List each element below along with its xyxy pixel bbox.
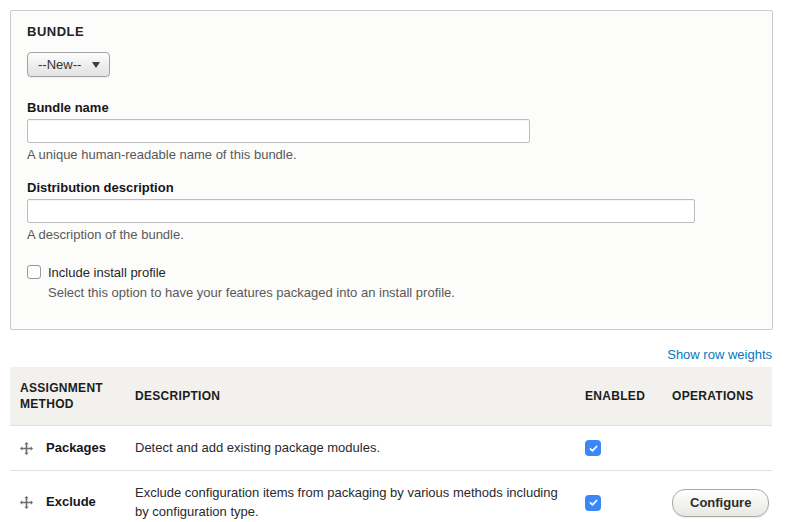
show-row-weights-wrapper: Show row weights bbox=[10, 347, 772, 362]
bundle-select-value: --New-- bbox=[38, 57, 81, 72]
include-install-profile-description: Select this option to have your features… bbox=[48, 285, 756, 301]
distribution-description-input[interactable] bbox=[27, 199, 695, 223]
header-description: DESCRIPTION bbox=[135, 367, 577, 426]
table-header-row: ASSIGNMENT METHOD DESCRIPTION ENABLED OP… bbox=[10, 367, 772, 426]
show-row-weights-link[interactable]: Show row weights bbox=[667, 347, 772, 362]
method-name: Exclude bbox=[46, 493, 96, 511]
include-install-profile-item: Include install profile Select this opti… bbox=[27, 265, 756, 301]
table-row-packages: Packages Detect and add existing package… bbox=[10, 426, 772, 471]
bundle-select[interactable]: --New-- bbox=[27, 52, 110, 77]
distribution-description-form-item: Distribution description A description o… bbox=[27, 180, 756, 243]
bundle-name-input[interactable] bbox=[27, 119, 530, 143]
operations-cell bbox=[662, 426, 772, 471]
include-install-profile-label[interactable]: Include install profile bbox=[48, 265, 166, 280]
enabled-checkbox[interactable] bbox=[585, 440, 601, 456]
checkmark-icon bbox=[588, 443, 599, 454]
header-operations: OPERATIONS bbox=[662, 367, 772, 426]
drag-handle-icon[interactable] bbox=[20, 496, 33, 509]
distribution-description-description: A description of the bundle. bbox=[27, 227, 756, 243]
bundle-name-label: Bundle name bbox=[27, 100, 756, 115]
distribution-description-label: Distribution description bbox=[27, 180, 756, 195]
bundle-name-form-item: Bundle name A unique human-readable name… bbox=[27, 100, 756, 163]
drag-handle-icon[interactable] bbox=[20, 442, 33, 455]
table-row-exclude: Exclude Exclude configuration items from… bbox=[10, 471, 772, 522]
enabled-checkbox[interactable] bbox=[585, 495, 601, 511]
method-name: Packages bbox=[46, 439, 106, 457]
method-description: Detect and add existing package modules. bbox=[135, 426, 577, 471]
bundle-fieldset-legend: BUNDLE bbox=[27, 24, 756, 39]
chevron-down-icon bbox=[92, 62, 100, 68]
header-enabled: ENABLED bbox=[577, 367, 662, 426]
header-assignment-method: ASSIGNMENT METHOD bbox=[10, 367, 135, 426]
method-description: Exclude configuration items from packagi… bbox=[135, 471, 577, 522]
bundle-name-description: A unique human-readable name of this bun… bbox=[27, 147, 756, 163]
assignment-methods-table: ASSIGNMENT METHOD DESCRIPTION ENABLED OP… bbox=[10, 367, 772, 522]
configure-button[interactable]: Configure bbox=[672, 489, 769, 517]
bundle-fieldset: BUNDLE --New-- Bundle name A unique huma… bbox=[10, 10, 773, 330]
include-install-profile-checkbox[interactable] bbox=[27, 265, 41, 279]
checkmark-icon bbox=[588, 497, 599, 508]
